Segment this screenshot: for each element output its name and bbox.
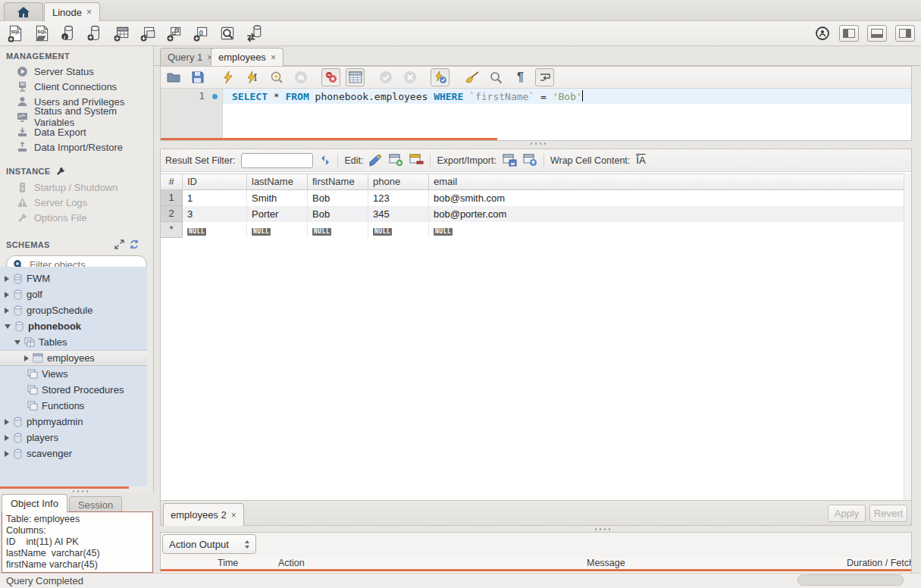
tree-item-table-employees[interactable]: employees [0,350,147,366]
chevron-right-icon[interactable] [5,308,9,314]
output-column-duration[interactable]: Duration / Fetch [847,558,912,568]
sidebar-item-server-logs[interactable]: Server Logs [0,195,153,210]
explain-plan-button[interactable] [267,68,286,86]
cell-lastname[interactable]: Porter [247,206,308,222]
chevron-right-icon[interactable] [5,292,9,298]
tab-employees-2[interactable]: employees 2× [163,503,244,526]
tree-item-schema-phpmyadmin[interactable]: phpmyadmin [0,414,147,430]
chevron-down-icon[interactable] [5,324,11,329]
tab-employees[interactable]: employees× [211,48,284,66]
tree-item-functions-folder[interactable]: Functions [0,398,147,414]
stop-query-button[interactable] [291,68,310,86]
sidebar-item-data-import[interactable]: Data Import/Restore [0,139,153,155]
refresh-schemas-icon[interactable] [129,239,139,249]
beautify-script-button[interactable] [462,68,481,86]
cell-phone-null[interactable]: NULL [368,222,429,238]
column-header-lastname[interactable]: lastName [247,174,308,189]
row-number-cell[interactable]: 2 [161,206,183,222]
grid-row-2[interactable]: 2 3 Porter Bob 345 bob@porter.com [161,206,904,222]
home-tab[interactable] [4,2,43,21]
save-script-button[interactable] [188,68,207,86]
inspect-database-icon[interactable]: i [59,24,77,42]
row-number-cell[interactable]: * [161,222,183,238]
horizontal-scrollbar-thumb[interactable] [797,574,904,586]
tree-item-schema-phonebook[interactable]: phonebook [0,318,147,334]
editor-splitter-grip[interactable] [529,142,546,145]
result-filter-input[interactable] [241,153,313,168]
sidebar-item-client-connections[interactable]: Client Connections [0,79,153,94]
create-function-icon[interactable]: () [192,24,210,42]
cell-phone[interactable]: 123 [368,190,429,206]
sidebar-splitter-grip[interactable] [71,490,88,493]
column-header-rownum[interactable]: # [161,174,183,189]
cell-email[interactable]: bob@smith.com [429,190,904,206]
tree-item-stored-procedures-folder[interactable]: Stored Procedures [0,382,147,398]
sidebar-item-status-system-variables[interactable]: Status and System Variables [0,109,153,124]
insert-row-icon[interactable] [389,154,403,167]
create-table-icon[interactable] [112,24,130,42]
cell-id[interactable]: 1 [183,190,247,206]
cell-phone[interactable]: 345 [368,206,429,222]
column-header-email[interactable]: email [429,174,904,189]
close-tab-icon[interactable]: × [231,510,237,521]
chevron-down-icon[interactable] [14,340,20,345]
execute-current-statement-button[interactable] [243,68,262,86]
find-button[interactable] [487,68,506,86]
output-column-message[interactable]: Message [587,558,625,568]
chevron-right-icon[interactable] [24,355,29,361]
grid-vertical-scrollbar[interactable] [904,174,911,500]
chevron-right-icon[interactable] [5,435,9,441]
grid-row-1[interactable]: 1 1 Smith Bob 123 bob@smith.com [161,190,904,206]
toggle-right-panel-button[interactable] [895,25,915,42]
tree-item-schema-scavenger[interactable]: scavenger [0,446,147,461]
toggle-autocommit-button[interactable] [431,68,450,86]
output-column-time[interactable]: Time [218,558,238,568]
cell-firstname[interactable]: Bob [308,190,368,206]
sidebar-item-startup-shutdown[interactable]: Startup / Shutdown [0,180,153,195]
connection-tab-linode[interactable]: Linode × [44,2,100,21]
toggle-left-panel-button[interactable] [839,25,859,42]
apply-button[interactable]: Apply [828,505,866,522]
close-tab-icon[interactable]: × [271,52,276,63]
grid-new-row[interactable]: * NULL NULL NULL NULL NULL [161,222,904,238]
new-sql-editor-icon[interactable]: SQL [6,24,24,42]
revert-button[interactable]: Revert [869,505,907,522]
cell-lastname[interactable]: Smith [247,190,308,206]
import-recordset-icon[interactable] [523,154,537,167]
cell-id-null[interactable]: NULL [183,222,247,238]
row-number-cell[interactable]: 1 [161,190,183,206]
toggle-bottom-panel-button[interactable] [867,25,887,42]
column-header-id[interactable]: ID [183,174,247,189]
commit-button[interactable] [376,68,395,86]
wrap-cell-content-icon[interactable]: ĪA [636,155,645,166]
tree-item-schema-groupschedule[interactable]: groupSchedule [0,302,147,318]
output-column-action[interactable]: Action [278,558,305,568]
search-table-data-icon[interactable] [218,24,237,42]
toggle-invisible-characters-button[interactable]: ¶ [511,68,530,86]
output-splitter-grip[interactable] [594,528,610,530]
tree-item-views-folder[interactable]: Views [0,366,147,382]
sidebar-item-options-file[interactable]: Options File [0,210,153,225]
cell-id[interactable]: 3 [183,206,247,222]
delete-row-icon[interactable] [409,154,424,167]
close-tab-icon[interactable]: × [86,7,92,17]
column-header-firstname[interactable]: firstName [308,174,368,189]
cell-email[interactable]: bob@porter.com [429,206,904,222]
column-header-phone[interactable]: phone [368,174,429,189]
cell-lastname-null[interactable]: NULL [247,222,308,238]
edit-record-icon[interactable] [369,155,383,167]
tree-item-schema-fwm[interactable]: FWM [0,271,147,286]
cell-firstname[interactable]: Bob [308,206,368,222]
cell-email-null[interactable]: NULL [429,222,904,238]
create-view-icon[interactable] [139,24,157,42]
tree-item-schema-golf[interactable]: golf [0,286,147,302]
toggle-word-wrap-button[interactable] [535,68,554,86]
output-type-select[interactable]: Action Output [162,534,256,554]
tree-item-schema-players[interactable]: players [0,430,147,446]
rollback-button[interactable] [400,68,419,86]
expand-panel-icon[interactable] [114,239,124,249]
limit-rows-button[interactable] [346,68,365,86]
sql-editor[interactable]: 1 SELECT * FROM phonebook.employees WHER… [161,89,911,140]
refresh-results-icon[interactable] [319,155,331,166]
chevron-right-icon[interactable] [5,276,9,282]
